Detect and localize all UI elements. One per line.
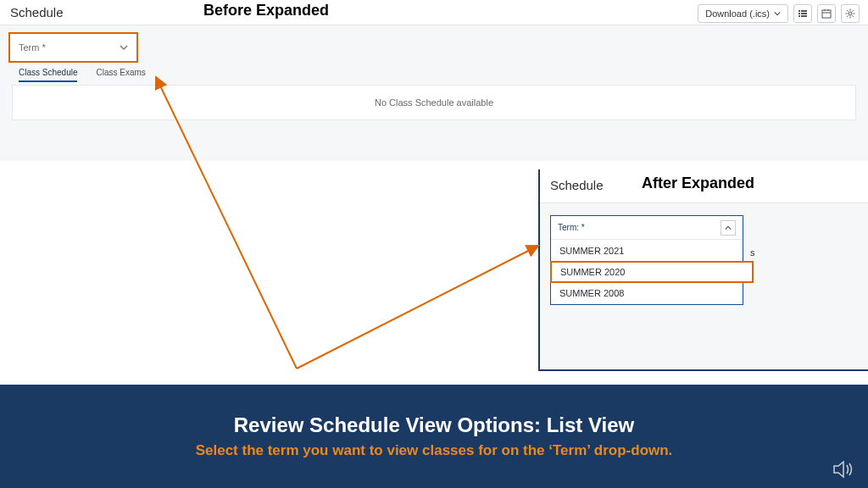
svg-rect-0 bbox=[798, 10, 800, 12]
chevron-up-icon bbox=[725, 225, 732, 231]
tabs: Class Schedule Class Exams bbox=[19, 68, 146, 82]
page-title: Schedule bbox=[550, 178, 604, 192]
tab-class-schedule[interactable]: Class Schedule bbox=[19, 68, 77, 82]
speaker-icon bbox=[832, 459, 856, 480]
footer-title: Review Schedule View Options: List View bbox=[234, 413, 635, 437]
tab-class-exams[interactable]: Class Exams bbox=[96, 68, 145, 82]
download-button-label: Download (.ics) bbox=[705, 8, 770, 19]
chevron-up-box[interactable] bbox=[721, 220, 736, 236]
svg-line-17 bbox=[852, 10, 853, 11]
before-expanded-panel: Schedule Before Expanded Download (.ics) bbox=[0, 0, 868, 161]
svg-rect-4 bbox=[798, 15, 800, 17]
svg-rect-6 bbox=[822, 10, 831, 18]
svg-point-10 bbox=[849, 12, 852, 15]
list-view-button[interactable] bbox=[793, 4, 812, 23]
top-header: Schedule Before Expanded Download (.ics) bbox=[0, 0, 868, 25]
footer-subtitle: Select the term you want to view classes… bbox=[196, 442, 673, 459]
calendar-view-button[interactable] bbox=[817, 4, 836, 23]
svg-line-15 bbox=[847, 10, 848, 11]
right-header: Schedule After Expanded bbox=[540, 169, 868, 203]
empty-state-card: No Class Schedule available bbox=[12, 85, 856, 120]
term-select-header[interactable]: Term: * bbox=[551, 216, 743, 240]
list-icon bbox=[798, 8, 808, 19]
annotation-before-label: Before Expanded bbox=[203, 2, 329, 19]
svg-rect-1 bbox=[801, 10, 807, 12]
term-option-highlighted[interactable]: SUMMER 2020 bbox=[550, 261, 754, 283]
svg-line-16 bbox=[852, 15, 853, 16]
term-select-expanded[interactable]: Term: * SUMMER 2021 SUMMER 2020 SUMMER 2… bbox=[550, 215, 743, 305]
after-expanded-panel: Schedule After Expanded Term: * SUMMER 2… bbox=[538, 169, 868, 371]
settings-button[interactable] bbox=[841, 4, 860, 23]
footer-strip: Review Schedule View Options: List View … bbox=[0, 385, 868, 488]
download-button[interactable]: Download (.ics) bbox=[698, 4, 788, 23]
term-select-label: Term * bbox=[19, 42, 46, 53]
calendar-icon bbox=[821, 8, 832, 19]
svg-rect-5 bbox=[801, 15, 807, 17]
empty-state-text: No Class Schedule available bbox=[375, 97, 493, 108]
term-option[interactable]: SUMMER 2021 bbox=[551, 240, 743, 262]
term-option[interactable]: SUMMER 2008 bbox=[551, 282, 743, 304]
chevron-down-icon bbox=[120, 43, 128, 52]
page-title: Schedule bbox=[10, 5, 64, 19]
chevron-down-icon bbox=[774, 10, 781, 17]
annotation-after-label: After Expanded bbox=[642, 175, 754, 192]
gear-icon bbox=[845, 8, 855, 19]
svg-line-18 bbox=[847, 15, 848, 16]
svg-rect-2 bbox=[798, 13, 800, 14]
partial-text: s bbox=[750, 247, 755, 258]
term-select-collapsed[interactable]: Term * bbox=[8, 32, 138, 63]
term-select-label: Term: * bbox=[558, 223, 585, 232]
toolbar: Download (.ics) bbox=[698, 4, 860, 23]
svg-rect-3 bbox=[801, 13, 807, 14]
svg-line-20 bbox=[297, 246, 538, 369]
